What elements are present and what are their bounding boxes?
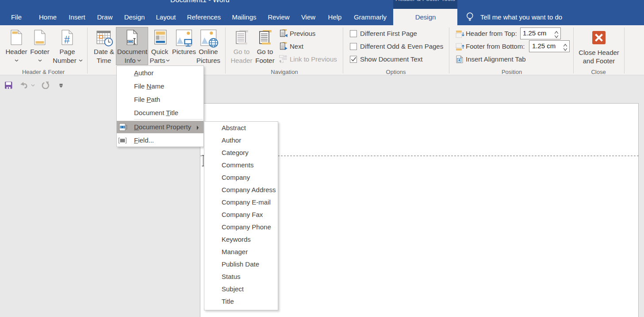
svg-text:#: # <box>64 34 70 46</box>
